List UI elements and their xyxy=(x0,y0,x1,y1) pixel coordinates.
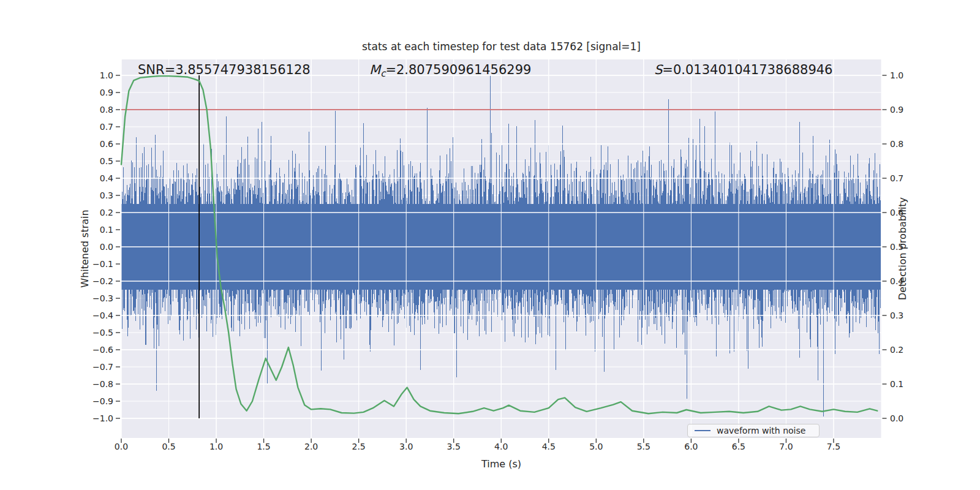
right-axis-tick-label: 0.9 xyxy=(890,105,918,115)
x-axis-tick-label: 2.5 xyxy=(344,442,374,451)
x-axis-tick-label: 7.0 xyxy=(771,442,801,451)
legend-waveform-line-swatch xyxy=(695,430,710,431)
left-axis-tick-label: −0.2 xyxy=(85,276,113,286)
x-axis-label: Time (s) xyxy=(121,458,881,470)
right-axis-tick-label: 1.0 xyxy=(890,70,918,80)
left-axis-tick-label: 0.4 xyxy=(85,173,113,183)
left-axis-tick-label: 0.8 xyxy=(85,105,113,115)
x-axis-tick-label: 0.5 xyxy=(154,442,184,451)
left-axis-tick-label: 0.9 xyxy=(85,88,113,97)
right-axis-tick-label: 0.6 xyxy=(890,208,918,217)
right-axis-tick-label: 0.7 xyxy=(890,173,918,183)
chart-title: stats at each timestep for test data 157… xyxy=(121,40,881,53)
left-axis-tick-label: −0.8 xyxy=(85,379,113,389)
chirp-mass-annotation: Mc=2.807590961456299 xyxy=(369,62,531,79)
right-axis-tick-label: 0.3 xyxy=(890,311,918,320)
x-axis-tick-label: 6.0 xyxy=(676,442,706,451)
x-axis-tick-label: 3.0 xyxy=(391,442,421,451)
left-axis-tick-label: −1.0 xyxy=(85,413,113,423)
right-axis-tick-label: 0.5 xyxy=(890,242,918,252)
legend: waveform with noise xyxy=(687,424,820,437)
left-axis-tick-label: 0.0 xyxy=(85,242,113,252)
right-axis-tick-label: 0.2 xyxy=(890,345,918,355)
x-axis-tick-label: 4.0 xyxy=(486,442,516,451)
left-axis-tick-label: 0.6 xyxy=(85,139,113,149)
left-axis-tick-label: 0.2 xyxy=(85,208,113,217)
left-axis-tick-label: −0.9 xyxy=(85,396,113,406)
left-axis-tick-label: 0.1 xyxy=(85,225,113,235)
left-axis-tick-label: −0.3 xyxy=(85,293,113,303)
x-axis-tick-label: 4.5 xyxy=(534,442,564,451)
x-axis-tick-label: 1.0 xyxy=(202,442,231,451)
x-axis-tick-label: 5.0 xyxy=(581,442,611,451)
left-axis-tick-label: −0.1 xyxy=(85,259,113,269)
x-axis-tick-label: 2.0 xyxy=(296,442,326,451)
s-annotation: S=0.013401041738688946 xyxy=(654,62,832,77)
x-axis-tick-label: 6.5 xyxy=(724,442,753,451)
x-axis-tick-label: 7.5 xyxy=(819,442,848,451)
right-axis-tick-label: 0.8 xyxy=(890,139,918,149)
right-axis-tick-label: 0.0 xyxy=(890,413,918,423)
x-axis-tick-label: 1.5 xyxy=(249,442,279,451)
right-axis-tick-label: 0.4 xyxy=(890,276,918,286)
left-axis-tick-label: −0.7 xyxy=(85,362,113,372)
left-axis-tick-label: 0.5 xyxy=(85,156,113,166)
x-axis-tick-label: 0.0 xyxy=(107,442,136,451)
left-axis-tick-label: 1.0 xyxy=(85,70,113,80)
left-axis-tick-label: −0.5 xyxy=(85,328,113,337)
legend-waveform-label: waveform with noise xyxy=(717,426,805,435)
snr-annotation: SNR=3.855747938156128 xyxy=(138,62,311,77)
right-axis-tick-label: 0.1 xyxy=(890,379,918,389)
x-axis-tick-label: 3.5 xyxy=(439,442,469,451)
x-axis-tick-label: 5.5 xyxy=(629,442,658,451)
left-axis-tick-label: −0.4 xyxy=(85,311,113,320)
left-axis-tick-label: 0.3 xyxy=(85,190,113,200)
left-axis-tick-label: 0.7 xyxy=(85,122,113,132)
chart-figure: stats at each timestep for test data 157… xyxy=(0,0,980,490)
left-axis-tick-label: −0.6 xyxy=(85,345,113,355)
